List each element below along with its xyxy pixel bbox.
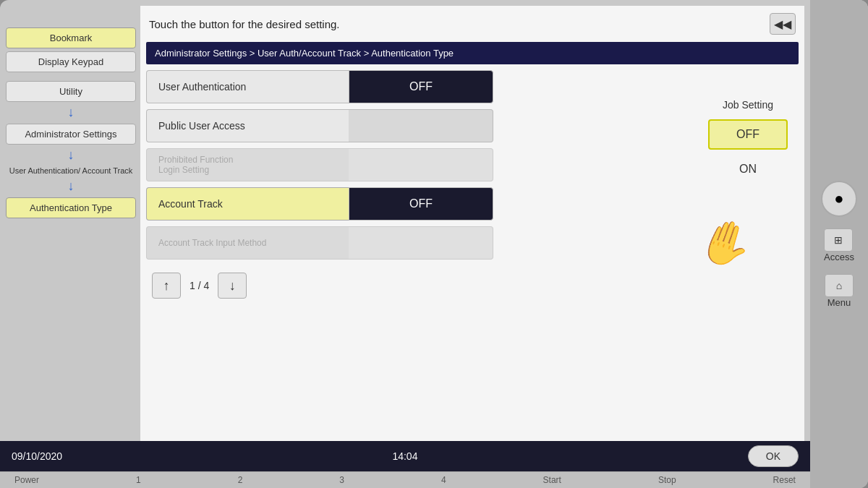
access-icon[interactable]: ⊞ — [824, 228, 853, 252]
page-current: 1 — [190, 280, 195, 291]
sidebar: Bookmark Display Keypad Utility ↓ Admini… — [6, 6, 136, 441]
main-circle-button[interactable]: ● — [821, 181, 857, 217]
menu-label: Menu — [825, 297, 854, 308]
access-label: Access — [824, 252, 854, 262]
setting-value-user-auth[interactable]: OFF — [349, 70, 493, 103]
setting-row-user-authentication[interactable]: User Authentication OFF — [146, 70, 689, 103]
access-button[interactable]: ⊞ Access — [824, 228, 854, 262]
admin-settings-label: Administrator Settings — [25, 129, 116, 140]
job-setting-off-button[interactable]: OFF — [708, 119, 788, 150]
bottom-start[interactable]: Start — [543, 475, 561, 485]
sidebar-display-keypad-btn[interactable]: Display Keypad — [6, 51, 136, 72]
setting-row-public-user-access[interactable]: Public User Access — [146, 109, 689, 142]
setting-row-account-track[interactable]: Account Track OFF — [146, 187, 689, 221]
breadcrumb: Administrator Settings > User Auth/Accou… — [146, 42, 799, 64]
setting-label-account-track-input: Account Track Input Method — [146, 226, 349, 260]
sidebar-user-auth-label: User Authentication/ Account Track — [6, 166, 136, 176]
sidebar-admin-settings-btn[interactable]: Administrator Settings — [6, 124, 136, 145]
pagination-bar: ↑ 1 / 4 ↓ — [146, 265, 689, 306]
setting-value-prohibited — [349, 148, 493, 181]
auth-type-label: Authentication Type — [30, 202, 112, 213]
setting-value-account-track[interactable]: OFF — [349, 187, 493, 221]
page-total: 4 — [203, 280, 209, 291]
setting-row-account-track-input: Account Track Input Method — [146, 226, 689, 260]
arrow-down-admin: ↓ — [6, 147, 136, 163]
settings-list: User Authentication OFF Public User Acce… — [146, 70, 689, 435]
instruction-text: Touch the button for the desired setting… — [149, 18, 340, 30]
bottom-bar: Power 1 2 3 4 Start Stop Reset — [0, 471, 810, 488]
bottom-power[interactable]: Power — [14, 475, 39, 485]
sidebar-bookmark-btn[interactable]: Bookmark — [6, 27, 136, 48]
sidebar-auth-type-btn[interactable]: Authentication Type — [6, 197, 136, 218]
setting-label-prohibited: Prohibited FunctionLogin Setting — [146, 148, 349, 181]
job-setting-on-button[interactable]: ON — [708, 155, 788, 183]
instruction-bar: Touch the button for the desired setting… — [140, 6, 804, 42]
status-bar: 09/10/2020 14:04 OK — [0, 441, 810, 471]
settings-panel: User Authentication OFF Public User Acce… — [140, 64, 804, 441]
bottom-reset[interactable]: Reset — [773, 475, 796, 485]
sidebar-utility-btn[interactable]: Utility — [6, 81, 136, 102]
bottom-2[interactable]: 2 — [238, 475, 243, 485]
setting-value-account-track-input — [349, 226, 493, 260]
setting-value-public-user[interactable] — [349, 109, 493, 142]
job-setting-title: Job Setting — [723, 99, 773, 111]
setting-label-account-track: Account Track — [146, 187, 349, 221]
page-up-button[interactable]: ↑ — [152, 273, 181, 299]
arrow-down-utility: ↓ — [6, 105, 136, 121]
device-body: ● ⊞ Access ⌂ Menu Bookmark Display Keypa… — [0, 0, 868, 488]
setting-row-prohibited: Prohibited FunctionLogin Setting — [146, 148, 689, 181]
right-edge-panel: ● ⊞ Access ⌂ Menu — [810, 0, 868, 488]
page-indicator: 1 / 4 — [190, 280, 209, 291]
bottom-1[interactable]: 1 — [136, 475, 141, 485]
bottom-3[interactable]: 3 — [339, 475, 344, 485]
bottom-stop[interactable]: Stop — [658, 475, 676, 485]
status-time: 14:04 — [392, 450, 417, 462]
setting-label-public-user: Public User Access — [146, 109, 349, 142]
arrow-down-user-auth: ↓ — [6, 179, 136, 194]
job-setting-panel: Job Setting OFF ON — [697, 70, 799, 435]
main-content: Touch the button for the desired setting… — [140, 6, 804, 441]
page-down-button[interactable]: ↓ — [218, 273, 247, 299]
setting-label-user-auth: User Authentication — [146, 70, 349, 103]
menu-button[interactable]: ⌂ Menu — [825, 274, 854, 308]
status-date: 09/10/2020 — [12, 450, 62, 462]
ok-button[interactable]: OK — [748, 445, 799, 467]
back-button[interactable]: ◀◀ — [770, 13, 796, 35]
bottom-4[interactable]: 4 — [441, 475, 446, 485]
menu-icon[interactable]: ⌂ — [825, 274, 854, 297]
